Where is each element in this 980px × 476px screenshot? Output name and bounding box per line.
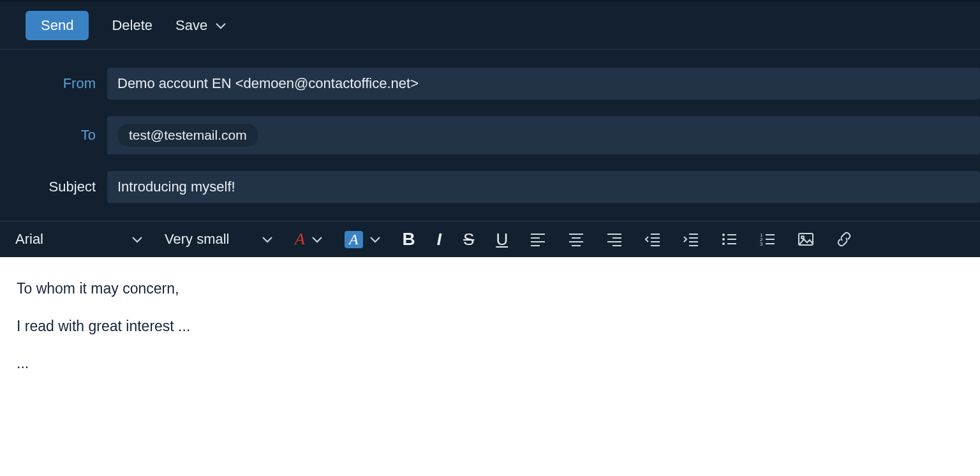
font-family-value: Arial xyxy=(15,231,43,248)
numbered-list-button[interactable]: 1 2 3 xyxy=(759,232,776,247)
subject-input[interactable] xyxy=(117,179,970,195)
indent-icon xyxy=(683,232,699,247)
svg-point-20 xyxy=(722,234,725,236)
bullet-list-icon xyxy=(721,232,738,247)
font-size-dropdown[interactable]: Very small xyxy=(165,231,273,248)
outdent-button[interactable] xyxy=(644,232,661,247)
highlight-icon: A xyxy=(345,231,363,248)
body-line: I read with great interest ... xyxy=(17,315,963,338)
message-body-editor[interactable]: To whom it may concern, I read with grea… xyxy=(0,257,980,476)
svg-point-22 xyxy=(722,238,725,241)
chevron-down-icon xyxy=(369,235,381,243)
font-color-dropdown[interactable]: A xyxy=(295,230,323,249)
send-button[interactable]: Send xyxy=(26,11,89,40)
insert-image-button[interactable] xyxy=(798,232,814,247)
compose-headers: From Demo account EN <demoen@contactoffi… xyxy=(0,50,980,221)
font-color-icon: A xyxy=(295,230,305,249)
to-field[interactable]: test@testemail.com xyxy=(107,116,980,154)
italic-button[interactable]: I xyxy=(437,230,442,249)
bold-button[interactable]: B xyxy=(403,229,415,249)
to-row: To test@testemail.com xyxy=(0,116,980,154)
from-label[interactable]: From xyxy=(0,75,96,92)
subject-row: Subject xyxy=(0,171,980,203)
numbered-list-icon: 1 2 3 xyxy=(759,232,776,247)
font-family-dropdown[interactable]: Arial xyxy=(15,231,143,248)
align-left-icon xyxy=(530,232,546,247)
image-icon xyxy=(798,232,814,247)
align-left-button[interactable] xyxy=(530,232,546,247)
subject-label: Subject xyxy=(0,179,96,195)
align-center-button[interactable] xyxy=(568,232,584,247)
chevron-down-icon xyxy=(215,22,226,29)
save-label: Save xyxy=(175,17,207,34)
insert-link-button[interactable] xyxy=(836,232,852,247)
align-center-icon xyxy=(568,232,584,247)
svg-point-24 xyxy=(722,242,725,245)
font-size-value: Very small xyxy=(165,231,229,248)
svg-text:3: 3 xyxy=(760,241,763,247)
to-chip[interactable]: test@testemail.com xyxy=(117,124,258,147)
chevron-down-icon xyxy=(311,235,323,243)
compose-toolbar: Send Delete Save xyxy=(0,0,980,50)
align-right-icon xyxy=(606,232,623,247)
align-right-button[interactable] xyxy=(606,232,623,247)
bullet-list-button[interactable] xyxy=(721,232,738,247)
highlight-color-dropdown[interactable]: A xyxy=(345,231,381,248)
body-line: To whom it may concern, xyxy=(17,278,963,300)
from-field[interactable]: Demo account EN <demoen@contactoffice.ne… xyxy=(107,68,980,100)
from-row: From Demo account EN <demoen@contactoffi… xyxy=(0,68,980,100)
subject-field-wrapper xyxy=(107,171,980,203)
delete-button[interactable]: Delete xyxy=(112,17,152,34)
from-value: Demo account EN <demoen@contactoffice.ne… xyxy=(117,75,419,92)
svg-point-33 xyxy=(801,236,804,239)
save-button[interactable]: Save xyxy=(175,17,226,34)
chevron-down-icon xyxy=(131,235,143,243)
link-icon xyxy=(836,232,852,247)
body-line: ... xyxy=(17,352,963,375)
strikethrough-button[interactable]: S xyxy=(463,230,474,249)
chevron-down-icon xyxy=(262,235,273,243)
indent-button[interactable] xyxy=(683,232,699,247)
underline-button[interactable]: U xyxy=(496,230,508,249)
to-label[interactable]: To xyxy=(0,127,96,144)
format-toolbar: Arial Very small A A B I S U xyxy=(0,221,980,257)
outdent-icon xyxy=(644,232,661,247)
